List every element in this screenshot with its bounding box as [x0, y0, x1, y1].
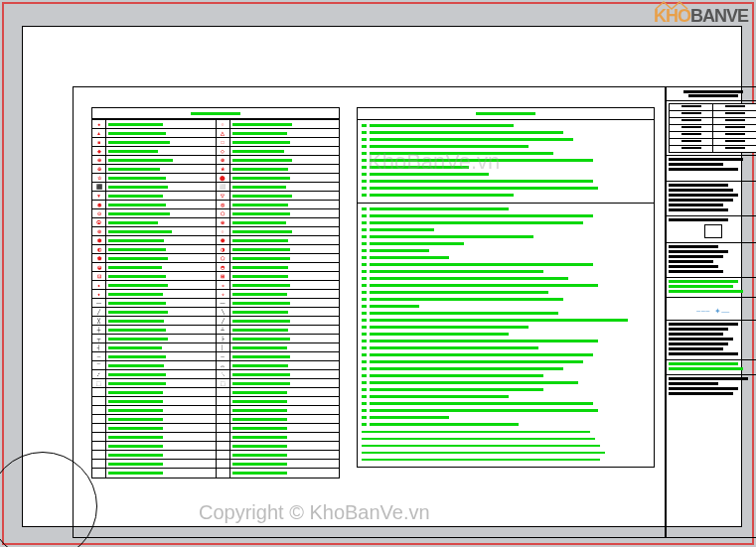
legend-symbol: ◓ [217, 263, 230, 271]
legend-desc [230, 299, 340, 307]
bullet-icon [362, 249, 367, 252]
legend-symbol: — [217, 299, 230, 307]
legend-desc [106, 326, 217, 334]
note-line [362, 248, 650, 253]
bullet-icon [362, 416, 367, 419]
titleblock-section [667, 101, 756, 156]
legend-symbol: ★ [217, 165, 230, 173]
titleblock-section [667, 375, 756, 399]
legend-row [92, 406, 339, 415]
legend-symbol: ⦿ [92, 218, 106, 226]
note-line [362, 297, 650, 302]
legend-symbol: ⬤ [217, 174, 230, 182]
legend-symbol: ⊗ [217, 156, 230, 164]
note-line [362, 137, 650, 142]
legend-desc [106, 451, 217, 459]
bullet-icon [362, 305, 367, 308]
legend-desc [230, 379, 340, 387]
drawing-canvas: ●○▲△■□◆◇⊕⊗※★☆⬤⬛⬜▼▽◉◎⊙⬡⦿⊛⊚○⬢⬣◐◑⬟⬠◒◓⊡⊞⬥⬦⬧⬨… [22, 26, 742, 527]
bullet-icon [362, 423, 367, 426]
sheet-border: ●○▲△■□◆◇⊕⊗※★☆⬤⬛⬜▼▽◉◎⊙⬡⦿⊛⊚○⬢⬣◐◑⬟⬠◒◓⊡⊞⬥⬦⬧⬨… [73, 86, 756, 538]
legend-desc [106, 415, 217, 423]
bullet-icon [362, 270, 367, 273]
legend-desc [106, 183, 217, 191]
legend-row: ●○ [92, 120, 339, 129]
legend-symbol [92, 442, 106, 450]
legend-desc [230, 254, 340, 262]
legend-desc [230, 156, 340, 164]
legend-row: ■□ [92, 138, 339, 147]
legend-symbol: ⌓ [217, 361, 230, 369]
legend-desc [230, 245, 340, 253]
note-line [362, 255, 650, 260]
legend-desc [106, 388, 217, 396]
bullet-icon [362, 152, 367, 155]
note-line [362, 422, 650, 427]
legend-row [92, 451, 339, 460]
titleblock-section [667, 156, 756, 182]
bullet-icon [362, 138, 367, 141]
legend-desc [106, 469, 217, 478]
legend-row: ╳╱ [92, 317, 339, 326]
legend-symbol: ─ [92, 352, 106, 360]
legend-desc [230, 147, 340, 155]
legend-desc [106, 156, 217, 164]
legend-row: ▼▽ [92, 192, 339, 201]
legend-symbol: ◆ [92, 147, 106, 155]
note-line [362, 332, 650, 337]
bullet-icon [362, 381, 367, 384]
legend-symbol: ■ [92, 138, 106, 146]
legend-row [92, 397, 339, 406]
legend-desc [230, 424, 340, 432]
legend-symbol [217, 451, 230, 459]
legend-desc [230, 165, 340, 173]
legend-symbol [92, 469, 106, 478]
legend-row: ⬢⬣ [92, 236, 339, 245]
legend-row: ┼┴ [92, 326, 339, 335]
titleblock-section [667, 216, 756, 243]
bullet-icon [362, 374, 367, 377]
legend-symbol: ⊙ [92, 209, 106, 217]
legend-symbol: ○ [217, 120, 230, 128]
titleblock-section [667, 87, 756, 101]
bullet-icon [362, 228, 367, 231]
bullet-icon [362, 131, 367, 134]
legend-row: ◒◓ [92, 263, 339, 272]
legend-desc [106, 263, 217, 271]
legend-symbol: ⬚ [92, 379, 106, 387]
bullet-icon [362, 194, 367, 197]
legend-symbol [217, 433, 230, 441]
legend-desc [230, 174, 340, 182]
legend-row [92, 469, 339, 478]
legend-desc [106, 218, 217, 226]
legend-symbol: ⟋ [92, 370, 106, 378]
signature-sketch: ✦— [714, 307, 729, 316]
legend-symbol: ◑ [217, 245, 230, 253]
legend-desc [230, 290, 340, 298]
legend-symbol [92, 451, 106, 459]
legend-desc [106, 460, 217, 468]
legend-desc [106, 406, 217, 414]
legend-desc [106, 192, 217, 200]
bullet-icon [362, 312, 367, 315]
note-line [362, 172, 650, 177]
note-line [362, 339, 650, 343]
note-line [362, 290, 650, 295]
bullet-icon [362, 277, 367, 280]
legend-row [92, 424, 339, 433]
legend-row: ◉◎ [92, 201, 339, 209]
legend-desc [230, 469, 340, 478]
legend-symbol: ┬ [92, 335, 106, 342]
legend-desc [230, 120, 340, 128]
legend-symbol: ⬠ [217, 254, 230, 262]
bullet-icon [362, 145, 367, 148]
legend-desc [230, 183, 340, 191]
note-line [362, 359, 650, 364]
legend-symbol: ◐ [92, 245, 106, 253]
legend-symbol [92, 388, 106, 396]
legend-desc [230, 138, 340, 146]
bullet-icon [362, 221, 367, 224]
note-line [362, 186, 650, 191]
legend-row: ⌒⌓ [92, 361, 339, 370]
legend-row: ⟋⟍ [92, 370, 339, 379]
